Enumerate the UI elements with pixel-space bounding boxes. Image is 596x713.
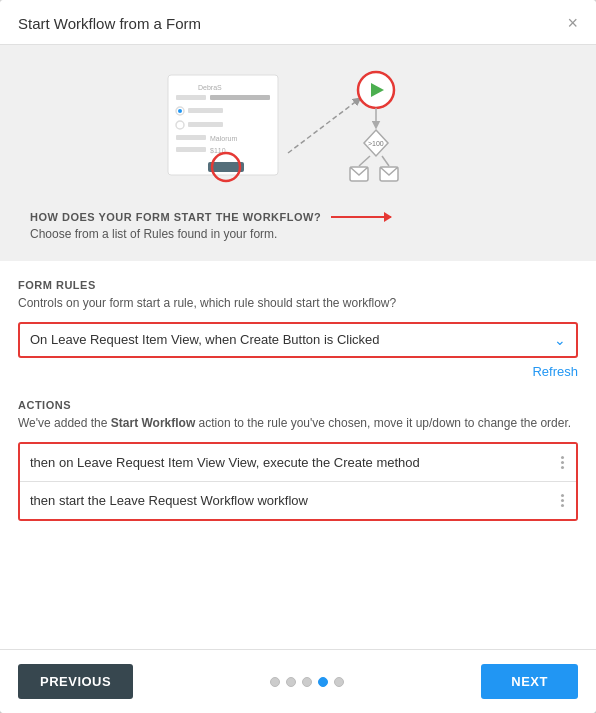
pagination-dot-4 [318, 677, 328, 687]
how-title-row: HOW DOES YOUR FORM START THE WORKFLOW? [30, 211, 566, 223]
action-item: then on Leave Request Item View View, ex… [20, 444, 576, 482]
pagination-dot-3 [302, 677, 312, 687]
previous-button[interactable]: PREVIOUS [18, 664, 133, 699]
svg-line-23 [359, 156, 370, 166]
svg-rect-8 [188, 122, 223, 127]
rule-select-value: On Leave Request Item View, when Create … [30, 332, 554, 347]
dialog-header: Start Workflow from a Form × [0, 0, 596, 45]
svg-point-5 [178, 109, 182, 113]
dialog-title: Start Workflow from a Form [18, 15, 201, 32]
action-item: then start the Leave Request Workflow wo… [20, 482, 576, 519]
svg-rect-3 [210, 95, 270, 100]
how-arrow-icon [331, 216, 391, 218]
action-item-text: then on Leave Request Item View View, ex… [30, 455, 559, 470]
action-menu-icon[interactable] [559, 454, 566, 471]
pagination [270, 677, 344, 687]
how-subtitle: Choose from a list of Rules found in you… [30, 227, 566, 241]
actions-title: ACTIONS [18, 399, 578, 411]
svg-line-15 [288, 100, 358, 153]
pagination-dot-5 [334, 677, 344, 687]
refresh-row: Refresh [18, 364, 578, 379]
dialog-footer: PREVIOUS NEXT [0, 649, 596, 713]
actions-list: then on Leave Request Item View View, ex… [18, 442, 578, 521]
form-rules-desc: Controls on your form start a rule, whic… [18, 295, 578, 312]
svg-rect-2 [176, 95, 206, 100]
action-menu-icon[interactable] [559, 492, 566, 509]
content-area: FORM RULES Controls on your form start a… [0, 261, 596, 649]
svg-rect-9 [176, 135, 206, 140]
actions-desc: We've added the Start Workflow action to… [18, 415, 578, 432]
pagination-dot-2 [286, 677, 296, 687]
close-button[interactable]: × [567, 14, 578, 32]
action-item-text: then start the Leave Request Workflow wo… [30, 493, 559, 508]
how-section: HOW DOES YOUR FORM START THE WORKFLOW? C… [30, 211, 566, 241]
form-rules-title: FORM RULES [18, 279, 578, 291]
refresh-link[interactable]: Refresh [532, 364, 578, 379]
illustration-area: DebraS Malorum $110 [0, 45, 596, 261]
svg-text:Malorum: Malorum [210, 135, 237, 142]
workflow-illustration: DebraS Malorum $110 [158, 65, 438, 195]
dialog: Start Workflow from a Form × DebraS [0, 0, 596, 713]
pagination-dot-1 [270, 677, 280, 687]
actions-desc-bold: Start Workflow [111, 416, 195, 430]
next-button[interactable]: NEXT [481, 664, 578, 699]
chevron-down-icon: ⌄ [554, 332, 566, 348]
rule-select[interactable]: On Leave Request Item View, when Create … [18, 322, 578, 358]
svg-text:>100: >100 [368, 140, 384, 147]
illustration-graphic: DebraS Malorum $110 [30, 65, 566, 195]
actions-desc-after: action to the rule you've chosen, move i… [195, 416, 571, 430]
actions-desc-before: We've added the [18, 416, 111, 430]
svg-text:DebraS: DebraS [198, 84, 222, 91]
svg-rect-11 [176, 147, 206, 152]
how-title: HOW DOES YOUR FORM START THE WORKFLOW? [30, 211, 321, 223]
svg-rect-6 [188, 108, 223, 113]
actions-section: ACTIONS We've added the Start Workflow a… [18, 399, 578, 521]
svg-line-24 [382, 156, 389, 166]
